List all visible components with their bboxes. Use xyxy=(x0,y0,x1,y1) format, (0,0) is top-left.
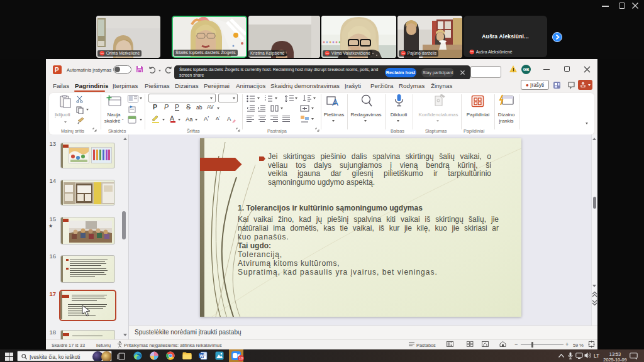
svg-text:W: W xyxy=(199,354,204,358)
svg-text:A: A xyxy=(332,97,338,107)
